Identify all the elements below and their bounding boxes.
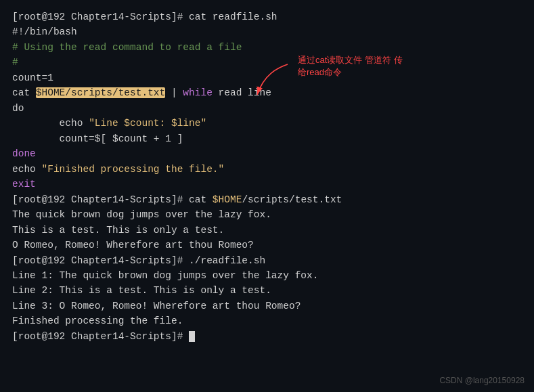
line-9: count=$[ $count + 1 ] [12, 133, 183, 144]
line-18: Line 1: The quick brown dog jumps over t… [12, 270, 318, 281]
cursor [189, 331, 195, 342]
line-12: exit [12, 179, 36, 190]
terminal-content: [root@192 Chapter14-Scripts]# cat readfi… [12, 9, 522, 344]
line-10: done [12, 148, 36, 159]
line-21: Finished processing the file. [12, 315, 183, 326]
line-13: [root@192 Chapter14-Scripts]# cat $HOME/… [12, 194, 342, 205]
line-19: Line 2: This is a test. This is only a t… [12, 285, 271, 296]
line-7: do [12, 103, 24, 114]
line-16: O Romeo, Romeo! Wherefore art thou Romeo… [12, 240, 254, 251]
line-2: #!/bin/bash [12, 26, 77, 37]
terminal-window: [root@192 Chapter14-Scripts]# cat readfi… [0, 0, 534, 392]
line-17: [root@192 Chapter14-Scripts]# ./readfile… [12, 255, 265, 266]
line-6: cat $HOME/scripts/test.txt | while read … [12, 87, 271, 98]
line-5: count=1 [12, 72, 53, 83]
line-11: echo "Finished processing the file." [12, 164, 224, 175]
line-14: The quick brown dog jumps over the lazy … [12, 209, 271, 220]
line-22: [root@192 Chapter14-Scripts]# [12, 331, 195, 342]
line-20: Line 3: O Romeo, Romeo! Wherefore art th… [12, 301, 301, 311]
line-1: [root@192 Chapter14-Scripts]# cat readfi… [12, 12, 277, 22]
watermark: CSDN @lang20150928 [439, 376, 525, 385]
line-15: This is a test. This is only a test. [12, 225, 224, 236]
line-8: echo "Line $count: $line" [12, 118, 206, 129]
line-4: # [12, 57, 18, 68]
line-3: # Using the read command to read a file [12, 42, 242, 53]
